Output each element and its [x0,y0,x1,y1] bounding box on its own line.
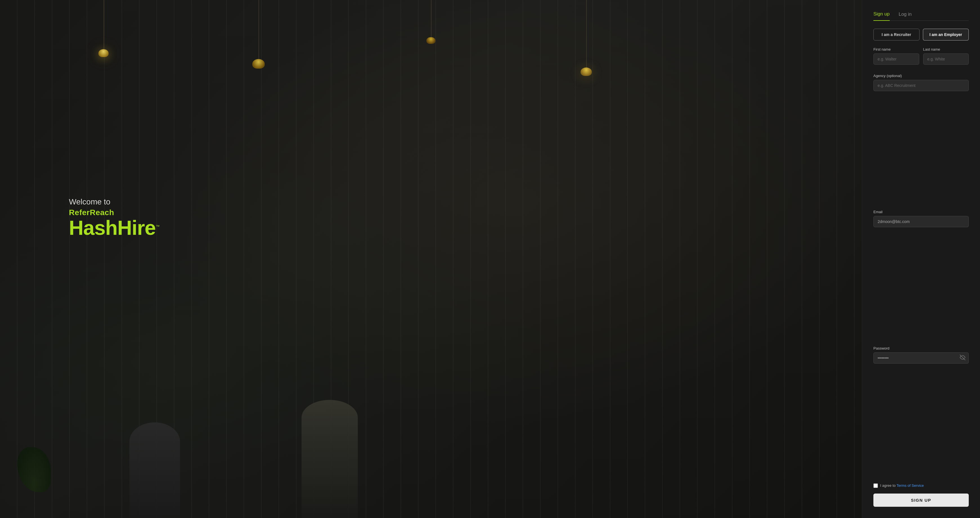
terms-checkbox[interactable] [873,483,878,488]
email-input[interactable] [873,216,969,227]
light-shade [426,37,436,44]
last-name-label: Last name [923,47,969,51]
light-cord [258,0,259,62]
welcome-to-text: Welcome to [69,197,159,207]
login-tab[interactable]: Log in [899,11,912,21]
person-silhouette-1 [129,423,180,518]
light-shade [252,59,265,68]
email-label: Email [873,210,969,214]
toggle-password-icon[interactable] [960,354,966,361]
terms-row: I agree to Terms of Service [873,483,969,488]
role-buttons: I am a Recruiter I am an Employer [873,29,969,40]
agency-label: Agency (optional) [873,74,969,78]
light-cord [586,0,587,70]
light-shade [99,49,108,57]
light-cord [431,0,431,40]
signup-tab[interactable]: Sign up [873,11,890,21]
first-name-input[interactable] [873,53,919,65]
signup-button[interactable]: SIGN UP [873,494,969,507]
recruiter-role-button[interactable]: I am a Recruiter [873,29,920,40]
right-panel: Sign up Log in I am a Recruiter I am an … [862,0,980,518]
person-silhouette-2 [302,400,358,518]
password-label: Password [873,346,969,350]
brand-referreach: ReferReach [69,208,159,217]
agency-group: Agency (optional) [873,74,969,205]
email-group: Email [873,210,969,342]
last-name-input[interactable] [923,53,969,65]
password-wrapper [873,352,969,364]
light-shade [581,67,592,76]
welcome-container: Welcome to ReferReach HashHire™ [69,197,159,238]
password-group: Password [873,346,969,478]
agency-input[interactable] [873,80,969,91]
light-cord [103,0,104,51]
left-panel: Welcome to ReferReach HashHire™ [0,0,862,518]
terms-text: I agree to Terms of Service [880,483,924,488]
auth-tabs: Sign up Log in [873,11,969,21]
last-name-group: Last name [923,47,969,65]
first-name-group: First name [873,47,919,65]
terms-of-service-link[interactable]: Terms of Service [896,483,924,488]
first-name-label: First name [873,47,919,51]
name-row: First name Last name [873,47,969,69]
employer-role-button[interactable]: I am an Employer [923,29,969,40]
password-input[interactable] [873,352,969,364]
brand-hashhire: HashHire™ [69,218,159,238]
